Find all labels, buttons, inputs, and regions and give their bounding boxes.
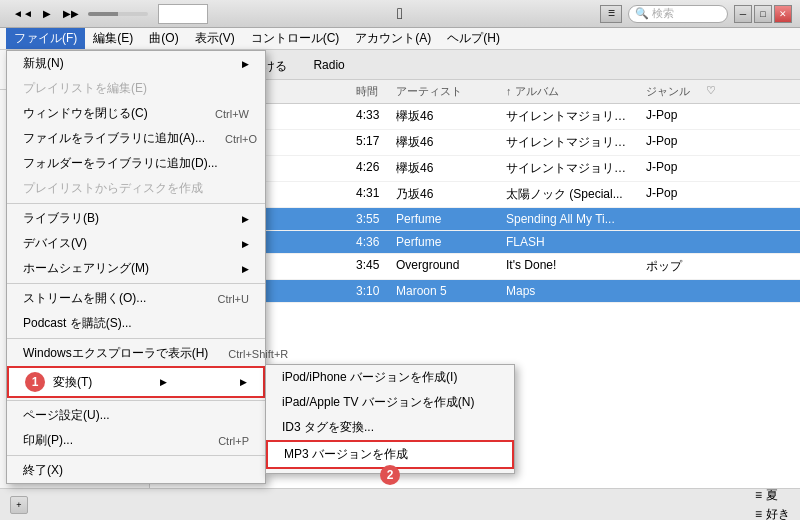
td-time: 5:17 <box>350 132 390 153</box>
menu-device[interactable]: デバイス(V) <box>7 231 265 256</box>
menu-file[interactable]: ファイル(F) <box>6 28 85 49</box>
menu-song[interactable]: 曲(O) <box>141 28 186 49</box>
badge-1: 1 <box>25 372 45 392</box>
submenu-id3[interactable]: ID3 タグを変換... <box>266 415 514 440</box>
search-placeholder: 検索 <box>652 6 674 21</box>
td-artist: Perfume <box>390 210 500 228</box>
td-album: It's Done! <box>500 256 640 277</box>
menu-add-folder-label: フォルダーをライブラリに追加(D)... <box>23 155 218 172</box>
play-button[interactable]: ▶ <box>36 3 58 25</box>
td-genre <box>640 233 700 251</box>
menu-convert-container: 1 変換(T) ▶ iPod/iPhone バージョンを作成(I) iPad/A… <box>7 366 265 398</box>
menu-show-explorer[interactable]: Windowsエクスプローラで表示(H) Ctrl+Shift+R <box>7 341 265 366</box>
menu-convert-label-wrap: 1 変換(T) <box>25 372 92 392</box>
menu-account[interactable]: アカウント(A) <box>347 28 439 49</box>
separator <box>7 283 265 284</box>
submenu-id3-label: ID3 タグを変換... <box>282 420 374 434</box>
td-artist: Maroon 5 <box>390 282 500 300</box>
menu-add-folder[interactable]: フォルダーをライブラリに追加(D)... <box>7 151 265 176</box>
menu-view[interactable]: 表示(V) <box>187 28 243 49</box>
menu-open-stream-label: ストリームを開く(O)... <box>23 290 146 307</box>
td-heart <box>700 106 730 127</box>
window-controls: ─ □ ✕ <box>734 5 792 23</box>
td-artist: 乃坂46 <box>390 184 500 205</box>
menu-add-file-label: ファイルをライブラリに追加(A)... <box>23 130 205 147</box>
menu-exit-label: 終了(X) <box>23 462 63 479</box>
playlist-icon: ≡ <box>755 507 762 520</box>
menu-edit[interactable]: 編集(E) <box>85 28 141 49</box>
td-time: 3:10 <box>350 282 390 300</box>
rewind-button[interactable]: ◄◄ <box>12 3 34 25</box>
menu-library-label: ライブラリ(B) <box>23 210 99 227</box>
menu-show-explorer-label: Windowsエクスプローラで表示(H) <box>23 345 208 362</box>
convert-submenu: iPod/iPhone バージョンを作成(I) iPad/Apple TV バー… <box>265 364 515 474</box>
titlebar: ◄◄ ▶ ▶▶  ☰ 🔍 検索 ─ □ ✕ <box>0 0 800 28</box>
menu-print[interactable]: 印刷(P)... Ctrl+P <box>7 428 265 453</box>
menu-convert[interactable]: 1 変換(T) ▶ <box>7 366 265 398</box>
td-genre: J-Pop <box>640 106 700 127</box>
close-button[interactable]: ✕ <box>774 5 792 23</box>
th-genre: ジャンル <box>640 82 700 101</box>
menu-exit[interactable]: 終了(X) <box>7 458 265 483</box>
td-artist: 欅坂46 <box>390 106 500 127</box>
td-heart <box>700 256 730 277</box>
menu-print-shortcut: Ctrl+P <box>218 435 249 447</box>
menu-home-sharing[interactable]: ホームシェアリング(M) <box>7 256 265 281</box>
search-box[interactable]: 🔍 検索 <box>628 5 728 23</box>
td-genre <box>640 282 700 300</box>
menu-print-label: 印刷(P)... <box>23 432 73 449</box>
td-album: 太陽ノック (Special... <box>500 184 640 205</box>
display-box <box>158 4 208 24</box>
td-genre: ポップ <box>640 256 700 277</box>
td-genre: J-Pop <box>640 158 700 179</box>
td-time: 4:36 <box>350 233 390 251</box>
playlist-label: 好き <box>766 506 790 521</box>
td-time: 4:33 <box>350 106 390 127</box>
th-heart: ♡ <box>700 82 730 101</box>
tab-radio[interactable]: Radio <box>301 54 356 79</box>
minimize-button[interactable]: ─ <box>734 5 752 23</box>
playlist-natsu[interactable]: ≡ 夏 <box>755 487 790 504</box>
th-artist: アーティスト <box>390 82 500 101</box>
submenu-ipad-version[interactable]: iPad/Apple TV バージョンを作成(N) <box>266 390 514 415</box>
td-heart <box>700 233 730 251</box>
menu-page-setup[interactable]: ページ設定(U)... <box>7 403 265 428</box>
menu-library[interactable]: ライブラリ(B) <box>7 206 265 231</box>
td-genre <box>640 210 700 228</box>
volume-slider[interactable] <box>88 12 148 16</box>
menubar: ファイル(F) 編集(E) 曲(O) 表示(V) コントロール(C) アカウント… <box>0 28 800 50</box>
menu-new[interactable]: 新規(N) <box>7 51 265 76</box>
td-time: 3:45 <box>350 256 390 277</box>
submenu-ipad-label: iPad/Apple TV バージョンを作成(N) <box>282 395 475 409</box>
menu-open-stream[interactable]: ストリームを開く(O)... Ctrl+U <box>7 286 265 311</box>
menu-subscribe-podcast[interactable]: Podcast を購読(S)... <box>7 311 265 336</box>
menu-close-window[interactable]: ウィンドウを閉じる(C) Ctrl+W <box>7 101 265 126</box>
td-heart <box>700 282 730 300</box>
add-playlist-button[interactable]: + <box>10 496 28 514</box>
menu-open-stream-shortcut: Ctrl+U <box>218 293 249 305</box>
file-menu-dropdown: 新規(N) プレイリストを編集(E) ウィンドウを閉じる(C) Ctrl+W フ… <box>6 50 266 484</box>
menu-add-file[interactable]: ファイルをライブラリに追加(A)... Ctrl+O <box>7 126 265 151</box>
menu-edit-playlist: プレイリストを編集(E) <box>7 76 265 101</box>
arrow-icon: ▶ <box>160 377 167 387</box>
maximize-button[interactable]: □ <box>754 5 772 23</box>
td-heart <box>700 132 730 153</box>
td-album: サイレントマジョリティ... <box>500 132 640 153</box>
menu-close-window-shortcut: Ctrl+W <box>215 108 249 120</box>
menu-page-setup-label: ページ設定(U)... <box>23 407 110 424</box>
list-view-button[interactable]: ☰ <box>600 5 622 23</box>
submenu-ipod-label: iPod/iPhone バージョンを作成(I) <box>282 370 457 384</box>
td-artist: Perfume <box>390 233 500 251</box>
playback-controls: ◄◄ ▶ ▶▶ <box>12 3 82 25</box>
td-time: 4:26 <box>350 158 390 179</box>
badge-2: 2 <box>380 465 400 485</box>
td-heart <box>700 158 730 179</box>
separator <box>7 203 265 204</box>
th-album: ↑ アルバム <box>500 82 640 101</box>
submenu-ipod-version[interactable]: iPod/iPhone バージョンを作成(I) <box>266 365 514 390</box>
menu-help[interactable]: ヘルプ(H) <box>439 28 508 49</box>
forward-button[interactable]: ▶▶ <box>60 3 82 25</box>
playlist-suki[interactable]: ≡ 好き <box>755 506 790 521</box>
menu-control[interactable]: コントロール(C) <box>243 28 348 49</box>
search-area: ☰ 🔍 検索 <box>600 5 728 23</box>
